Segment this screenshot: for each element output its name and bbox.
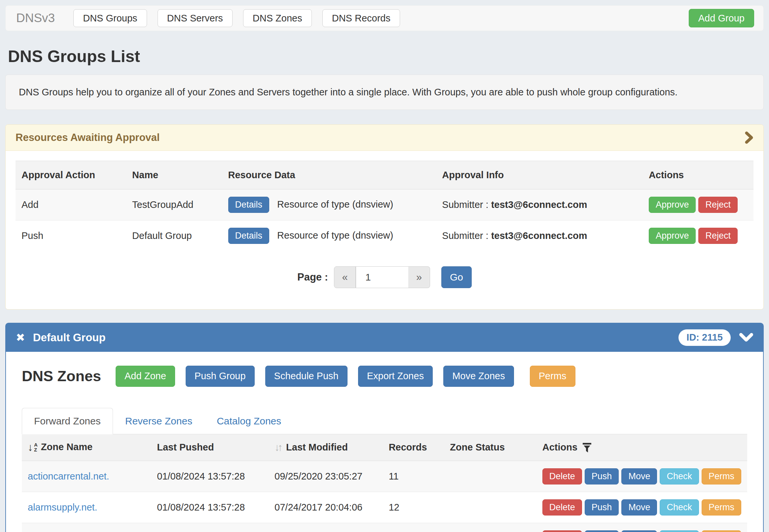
approval-panel-header: Resources Awaiting Approval: [6, 125, 763, 151]
chevron-down-icon[interactable]: [739, 333, 753, 342]
zone-tab[interactable]: Catalog Zones: [205, 408, 293, 434]
table-row: alarmsupply.net. 01/08/2024 13:57:28 07/…: [22, 492, 747, 523]
zone-tab[interactable]: Reverse Zones: [113, 408, 205, 434]
resource-data-text: Resource of type (dnsview): [277, 230, 393, 241]
approval-actions-cell: Approve Reject: [643, 189, 753, 220]
reject-button[interactable]: Reject: [698, 228, 738, 244]
approval-name-cell: TestGroupAdd: [126, 189, 222, 220]
nav-button[interactable]: DNS Records: [322, 9, 400, 27]
last-pushed-cell: 01/08/2024 13:57:28: [151, 461, 269, 492]
approval-action-cell: Push: [16, 220, 126, 251]
approval-info-cell: Submitter : test3@6connect.com: [436, 189, 643, 220]
move-button[interactable]: Move: [621, 468, 657, 484]
approval-panel-body: Approval Action Name Resource Data Appro…: [6, 151, 763, 309]
perms-button[interactable]: Perms: [702, 530, 741, 532]
nav-button[interactable]: DNS Servers: [157, 9, 233, 27]
check-button[interactable]: Check: [660, 468, 699, 484]
group-panel-header: ✖ Default Group ID: 2115: [6, 323, 763, 352]
last-pushed-cell: 01/08/2024 13:57:28: [151, 492, 269, 523]
toolbar-button[interactable]: Schedule Push: [265, 366, 348, 387]
records-cell: 11: [383, 461, 444, 492]
col-actions: Actions: [643, 161, 753, 189]
sort-alpha-down-icon[interactable]: ↓ AZ: [28, 442, 38, 452]
zone-name-cell: alarmsupply.net.: [22, 492, 151, 523]
push-button[interactable]: Push: [585, 468, 619, 484]
page-prev-button[interactable]: «: [334, 266, 356, 288]
resource-data-text: Resource of type (dnsview): [277, 199, 393, 210]
zones-table-header-row: ↓ AZ Zone Name Last Pushed ↓↑ Last Modif…: [22, 434, 747, 461]
last-modified-cell: 09/25/2020 23:05:27: [269, 461, 383, 492]
zone-link[interactable]: alarmsupply.net.: [28, 502, 97, 513]
move-button[interactable]: Move: [621, 499, 657, 515]
col-zone-name: ↓ AZ Zone Name: [22, 434, 151, 461]
details-button[interactable]: Details: [228, 228, 270, 244]
approval-actions-cell: Approve Reject: [643, 220, 753, 251]
x-icon[interactable]: ✖: [16, 332, 25, 343]
submitter-email: test3@6connect.com: [491, 199, 587, 210]
submitter-label: Submitter :: [442, 199, 488, 210]
pagination: Page : « » Go: [16, 266, 753, 288]
sort-icon[interactable]: ↓↑: [275, 442, 283, 453]
approval-action-cell: Add: [16, 189, 126, 220]
zones-toolbar: DNS Zones Add Zone Push Group Schedule P…: [22, 366, 747, 387]
zone-link[interactable]: actioncarrental.net.: [28, 471, 109, 482]
table-row: actioncarrental.net. 01/08/2024 13:57:28…: [22, 461, 747, 492]
zone-status-cell: [444, 461, 536, 492]
check-button[interactable]: Check: [660, 499, 699, 515]
perms-button[interactable]: Perms: [702, 499, 741, 515]
zone-status-cell: [444, 492, 536, 523]
delete-button[interactable]: Delete: [542, 468, 582, 484]
zone-actions-cell: Delete Push Move Check Perms: [536, 492, 747, 523]
zone-tab[interactable]: Forward Zones: [22, 408, 113, 434]
filter-icon[interactable]: [583, 442, 591, 453]
approval-resource-cell: Details Resource of type (dnsview): [222, 220, 436, 251]
check-button[interactable]: Check: [660, 530, 699, 532]
toolbar-button[interactable]: Perms: [530, 366, 575, 387]
push-button[interactable]: Push: [585, 499, 619, 515]
col-zone-status: Zone Status: [444, 434, 536, 461]
delete-button[interactable]: Delete: [542, 499, 582, 515]
toolbar-button[interactable]: Push Group: [185, 366, 255, 387]
page: DNSv3 DNS Groups DNS Servers DNS Zones D…: [0, 0, 769, 532]
delete-button[interactable]: Delete: [542, 530, 582, 532]
perms-button[interactable]: Perms: [702, 468, 741, 484]
col-records: Records: [383, 434, 444, 461]
page-next-button[interactable]: »: [408, 266, 430, 288]
records-cell: 9: [383, 523, 444, 532]
push-button[interactable]: Push: [585, 530, 619, 532]
move-button[interactable]: Move: [621, 530, 657, 532]
nav-button[interactable]: DNS Zones: [243, 9, 312, 27]
toolbar-button[interactable]: Export Zones: [358, 366, 433, 387]
go-button[interactable]: Go: [441, 266, 472, 288]
toolbar-button[interactable]: Add Zone: [116, 366, 175, 387]
approval-table-header-row: Approval Action Name Resource Data Appro…: [16, 161, 753, 189]
submitter-email: test3@6connect.com: [491, 230, 587, 241]
group-panel-body: DNS Zones Add Zone Push Group Schedule P…: [6, 352, 763, 532]
chevron-right-icon[interactable]: [745, 131, 753, 144]
zone-name-cell: actioncarrental.net.: [22, 461, 151, 492]
approve-button[interactable]: Approve: [649, 228, 696, 244]
approval-row: Add TestGroupAdd Details Resource of typ…: [16, 189, 753, 220]
page-number-input[interactable]: [356, 266, 408, 288]
approval-panel: Resources Awaiting Approval Approval Act…: [5, 124, 764, 310]
zone-actions-cell: Delete Push Move Check Perms: [536, 523, 747, 532]
app-brand: DNSv3: [16, 11, 55, 25]
nav-button[interactable]: DNS Groups: [73, 9, 147, 27]
top-navbar: DNSv3 DNS Groups DNS Servers DNS Zones D…: [5, 5, 764, 31]
group-panel-title: Default Group: [33, 331, 106, 344]
approval-info-cell: Submitter : test3@6connect.com: [436, 220, 643, 251]
col-zone-actions: Actions: [536, 434, 747, 461]
page-stepper: « »: [334, 266, 430, 288]
last-pushed-cell: 01/08/2024 13:57:35: [151, 523, 269, 532]
zones-table: ↓ AZ Zone Name Last Pushed ↓↑ Last Modif…: [22, 434, 747, 532]
zone-actions-cell: Delete Push Move Check Perms: [536, 461, 747, 492]
add-group-button[interactable]: Add Group: [689, 9, 754, 27]
table-row: allvalleyas.com. 01/08/2024 13:57:35 01/…: [22, 523, 747, 532]
approve-button[interactable]: Approve: [649, 197, 696, 213]
zone-name-cell: allvalleyas.com.: [22, 523, 151, 532]
zone-status-cell: [444, 523, 536, 532]
reject-button[interactable]: Reject: [698, 197, 738, 213]
details-button[interactable]: Details: [228, 197, 270, 213]
group-id-badge: ID: 2115: [679, 329, 731, 346]
toolbar-button[interactable]: Move Zones: [443, 366, 514, 387]
